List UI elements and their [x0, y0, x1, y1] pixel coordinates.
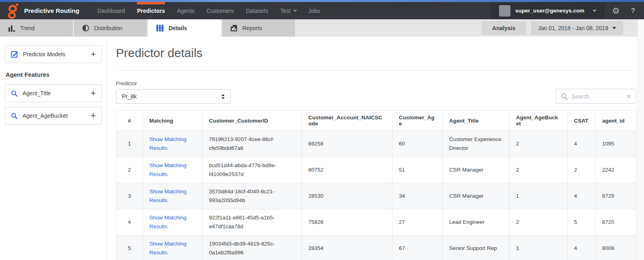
table-row: 4 Show Matching Results 922f1a11-e661-45…	[116, 209, 636, 235]
app-window: Predictive Routing Dashboard Predictors …	[0, 0, 644, 260]
agent-features-heading: Agent Features	[6, 71, 102, 78]
csat-cell: 4	[568, 183, 596, 209]
nav-item-predictors[interactable]: Predictors	[137, 2, 165, 19]
table-search: ×	[555, 89, 636, 104]
col-header-agent-title: Agent_Title	[443, 111, 510, 131]
help-icon[interactable]: ?	[631, 7, 635, 15]
add-icon[interactable]: +	[91, 89, 96, 98]
nav-item-customers[interactable]: Customers	[206, 2, 234, 19]
show-matching-results-link[interactable]: Show Matching Results	[149, 215, 186, 229]
date-range-button[interactable]: Jan 01, 2018 - Jan 08, 2019	[531, 21, 623, 35]
bar-chart-icon	[8, 25, 15, 32]
age-bucket-cell: 1	[510, 235, 568, 260]
close-icon[interactable]: ×	[626, 93, 631, 100]
csat-cell: 4	[568, 235, 596, 260]
main-content: Predictor details Predictor Pr_8k ×	[107, 37, 638, 260]
tab-trend[interactable]: Trend	[0, 19, 73, 37]
tab-bar: Trend Distribution Details	[0, 19, 638, 37]
row-number: 5	[116, 235, 143, 260]
agent-title-cell: CSR Manager	[443, 157, 510, 183]
add-icon[interactable]: +	[91, 50, 96, 59]
feature-card-agent-title[interactable]: Agent_Title +	[5, 84, 102, 102]
show-matching-results-link[interactable]: Show Matching Results	[149, 188, 186, 203]
chevron-down-icon	[293, 8, 297, 12]
gear-icon[interactable]: ⚙	[612, 6, 620, 15]
customer-age-cell: 27	[392, 209, 443, 235]
tab-details[interactable]: Details	[148, 19, 221, 37]
tab-reports-label: Reports	[242, 25, 262, 31]
agent-title-cell: Lead Engineer	[443, 209, 510, 235]
page-title: Predictor details	[116, 46, 636, 60]
agent-title-cell: Senior Support Rep	[443, 235, 510, 260]
search-icon	[11, 113, 18, 119]
scrollbar-gutter[interactable]	[638, 19, 644, 260]
nav-item-jobs[interactable]: Jobs	[308, 2, 320, 19]
table-row: 2 Show Matching Results bcd51d44-abda-47…	[116, 157, 636, 183]
search-icon	[11, 90, 18, 97]
col-header-csat: CSAT	[568, 111, 596, 131]
tab-distribution[interactable]: Distribution	[74, 19, 147, 37]
agent-id-cell: 8008	[596, 235, 636, 260]
age-bucket-cell: 1	[510, 183, 568, 209]
tab-bar-toolbar: Analysis Jan 01, 2018 - Jan 08, 2019	[482, 21, 623, 35]
tab-trend-label: Trend	[20, 25, 35, 31]
nav-item-datasets[interactable]: Datasets	[246, 2, 268, 19]
customer-age-cell: 34	[392, 183, 443, 209]
col-header-age-bucket: Agent_AgeBucket	[510, 111, 568, 131]
tab-distribution-label: Distribution	[94, 25, 122, 31]
row-number: 1	[116, 131, 143, 157]
age-bucket-cell: 2	[510, 131, 568, 157]
nav-item-dashboard[interactable]: Dashboard	[97, 2, 125, 19]
date-range-label: Jan 01, 2018 - Jan 08, 2019	[538, 25, 608, 31]
customer-age-cell: 60	[392, 131, 443, 157]
predictor-models-card[interactable]: Predictor Models +	[5, 45, 102, 63]
genesys-logo-icon	[6, 3, 20, 19]
predictor-models-label: Predictor Models	[23, 51, 65, 57]
customer-id-cell: 19034fd3-db39-4819-825c-0a1eb2f8a996	[202, 235, 302, 260]
predictor-field-label: Predictor	[116, 80, 231, 86]
age-bucket-cell: 2	[510, 209, 568, 235]
agent-id-cell: 1095	[596, 131, 636, 157]
analysis-button[interactable]: Analysis	[482, 21, 526, 35]
customer-id-cell: bcd51d44-abda-477b-bd9e-f41009e2537d	[202, 157, 302, 183]
show-matching-results-link[interactable]: Show Matching Results	[149, 136, 186, 151]
nav-item-test-label: Test	[280, 8, 291, 14]
naics-cell: 75826	[302, 209, 392, 235]
add-icon[interactable]: +	[91, 111, 96, 120]
tab-details-label: Details	[169, 25, 187, 31]
table-row: 3 Show Matching Results 3570d84d-18cf-40…	[116, 183, 636, 209]
customer-id-cell: 3570d84d-18cf-4040-8c21-993a2055d94b	[202, 183, 302, 209]
naics-cell: 69258	[302, 131, 392, 157]
naics-cell: 80752	[302, 157, 392, 183]
search-input[interactable]	[572, 93, 623, 100]
predictor-field-group: Predictor Pr_8k	[116, 80, 231, 104]
report-board-icon	[230, 25, 237, 32]
col-header-customer-id: Customer_CustomerID	[202, 111, 302, 131]
nav-item-agents[interactable]: Agents	[177, 2, 195, 19]
show-matching-results-link[interactable]: Show Matching Results	[149, 241, 186, 256]
csat-cell: 2	[568, 157, 596, 183]
user-menu[interactable]: super_user@genesys.com	[491, 2, 604, 19]
predictor-select[interactable]: Pr_8k	[116, 89, 231, 104]
agent-id-cell: 8720	[596, 209, 636, 235]
tab-reports[interactable]: Reports	[222, 19, 295, 37]
feature-label: Agent_Title	[23, 90, 51, 96]
predictor-details-table: # Matching Customer_CustomerID Customer_…	[116, 110, 636, 260]
table-row: 1 Show Matching Results 79196213-9207-4c…	[116, 131, 636, 157]
columns-icon	[156, 25, 164, 32]
row-number: 4	[116, 209, 143, 235]
nav-item-test[interactable]: Test	[280, 2, 296, 19]
navbar-right-group: super_user@genesys.com ⚙ ?	[491, 2, 644, 19]
agent-id-cell: 2242	[596, 157, 636, 183]
predictor-select-value: Pr_8k	[122, 93, 137, 100]
top-navbar: Predictive Routing Dashboard Predictors …	[0, 2, 644, 19]
select-spinner-icon	[221, 94, 225, 99]
chevron-down-icon	[612, 27, 616, 29]
app-title: Predictive Routing	[24, 7, 79, 14]
feature-card-agent-agebucket[interactable]: Agent_AgeBucket +	[5, 107, 102, 125]
divider	[116, 70, 636, 71]
customer-id-cell: 922f1a11-e661-45d5-a1b5-e47df1caa78d	[202, 209, 302, 235]
col-header-naics: Customer_Account_NAICSCode	[302, 111, 392, 131]
show-matching-results-link[interactable]: Show Matching Results	[149, 162, 186, 177]
naics-cell: 28530	[302, 183, 392, 209]
